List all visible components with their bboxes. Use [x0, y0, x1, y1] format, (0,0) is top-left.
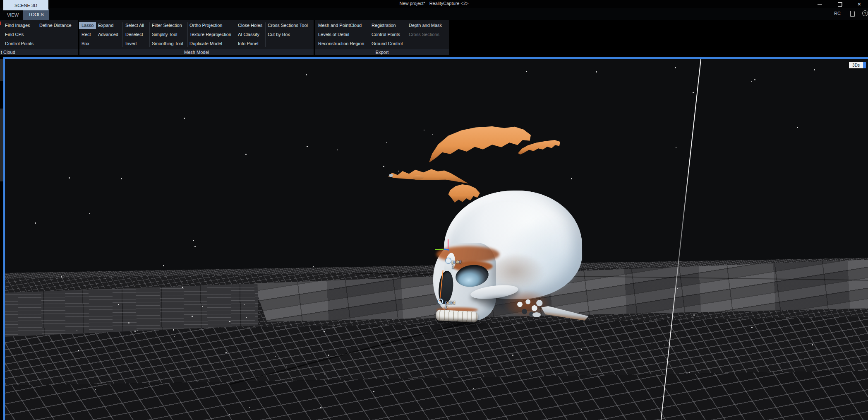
ribbon-item-control-points[interactable]: Control Points [2, 40, 36, 47]
ribbon: Find ImagesFind CPsControl PointsDefine … [0, 20, 868, 56]
ribbon-item-control-points[interactable]: Control Points [369, 31, 403, 38]
point-cloud-dot [78, 350, 79, 351]
ribbon-item-registration[interactable]: Registration [369, 22, 398, 29]
mesh-fragment-tiny [413, 175, 424, 180]
title-bar: New project* - RealityCapture <2> [0, 0, 868, 8]
minimize-icon [818, 4, 822, 5]
point-cloud-dot [432, 134, 433, 135]
ribbon-item-box[interactable]: Box [79, 40, 92, 47]
ribbon-item-close-holes[interactable]: Close Holes [235, 22, 265, 29]
ribbon-item-filter-selection[interactable]: Filter Selection [149, 22, 185, 29]
ribbon-item-select-all[interactable]: Select All [123, 22, 146, 29]
ribbon-group-label: Mesh Model [79, 49, 314, 55]
ribbon-item-texture-reprojection[interactable]: Texture Reprojection [187, 31, 234, 38]
render-mode-badge[interactable]: 3Ds [849, 62, 866, 68]
point-cloud-dot [173, 329, 174, 331]
mesh-fragment-sliver [388, 168, 468, 184]
point-cloud-dot [202, 306, 203, 307]
ribbon-item-cut-by-box[interactable]: Cut by Box [265, 31, 293, 38]
point-cloud-dot [751, 327, 753, 328]
point-cloud-dot [814, 69, 815, 70]
ribbon-item-advanced[interactable]: Advanced [96, 31, 121, 38]
point-cloud-dot [596, 71, 597, 72]
left-panel-strip [0, 109, 3, 181]
gizmo-axis-y [448, 239, 448, 250]
point-cloud-dot [174, 336, 175, 337]
point-cloud-dot [386, 142, 387, 143]
point-cloud-dot [812, 344, 813, 345]
ribbon-item-info-panel[interactable]: Info Panel [235, 40, 261, 47]
render-mode-label: 3Ds [849, 63, 863, 68]
point-cloud-dot [581, 349, 582, 350]
point-cloud-dot [664, 345, 665, 345]
document-icon[interactable] [850, 11, 855, 17]
ribbon-separator [149, 22, 150, 47]
point-cloud-dot [194, 246, 196, 247]
tab-scene-3d[interactable]: SCENE 3D [3, 0, 48, 10]
render-mode-scrollbar[interactable] [863, 62, 866, 68]
help-icon[interactable]: ? [862, 10, 868, 16]
ribbon-group-export: Mesh and PointCloudLevels of DetailRecon… [315, 20, 449, 55]
ribbon-item-levels-of-detail[interactable]: Levels of Detail [316, 31, 352, 38]
ribbon-item-depth-and-mask[interactable]: Depth and Mask [406, 22, 444, 29]
ribbon-item-duplicate-model[interactable]: Duplicate Model [187, 40, 225, 47]
point-cloud-dot [134, 331, 136, 332]
point-cloud-dot [163, 265, 164, 266]
close-button[interactable]: × [853, 0, 866, 8]
ribbon-item-find-images[interactable]: Find Images [2, 22, 33, 29]
minimize-button[interactable] [813, 0, 826, 8]
skull-jaw-shadow [433, 320, 491, 329]
ribbon-item-expand[interactable]: Expand [96, 22, 116, 29]
point-cloud-dot [245, 154, 247, 155]
ribbon-separator [265, 22, 266, 47]
ribbon-item-cross-sections-tool[interactable]: Cross Sections Tool [265, 22, 310, 29]
viewport-canvas: point 1point 0 3Ds [5, 59, 868, 420]
point-cloud-dot [193, 240, 194, 241]
point-cloud-dot [77, 330, 77, 331]
clipped-icon [0, 22, 1, 25]
ribbon-group-label: t Cloud [0, 49, 78, 55]
point-cloud-dot [751, 81, 752, 82]
ribbon-item-smoothing-tool[interactable]: Smoothing Tool [149, 40, 186, 47]
point-cloud-dot [383, 166, 384, 167]
ribbon-item-invert[interactable]: Invert [123, 40, 139, 47]
tab-view[interactable]: VIEW [4, 10, 22, 20]
ribbon-group-label: Export [315, 49, 449, 55]
point-cloud-dot [675, 67, 676, 68]
point-cloud-dot [337, 150, 338, 150]
point-cloud-dot [184, 118, 185, 119]
skull-bone-bit [532, 312, 541, 317]
ribbon-item-define-distance[interactable]: Define Distance [37, 22, 74, 29]
point-cloud-dot [137, 330, 138, 331]
ribbon-group-t-cloud: Find ImagesFind CPsControl PointsDefine … [0, 20, 78, 55]
ribbon-item-lasso[interactable]: Lasso [79, 22, 96, 29]
point-cloud-dot [676, 147, 676, 148]
point-cloud-dot [324, 374, 325, 374]
point-cloud-dot [249, 407, 250, 408]
point-cloud-dot [797, 127, 798, 128]
ribbon-item-simplify-tool[interactable]: Simplify Tool [149, 31, 180, 38]
ribbon-item-ortho-projection[interactable]: Ortho Projection [187, 22, 225, 29]
control-point-marker[interactable] [446, 258, 451, 263]
point-cloud-dot [324, 331, 325, 332]
ribbon-item-ground-control[interactable]: Ground Control [369, 40, 405, 47]
ribbon-item-rect[interactable]: Rect [79, 31, 94, 38]
tab-tools[interactable]: TOOLS [23, 9, 49, 20]
control-point-marker[interactable] [438, 299, 443, 304]
point-cloud-dot [512, 355, 513, 356]
point-cloud-dot [689, 372, 690, 373]
ribbon-item-mesh-and-pointcloud[interactable]: Mesh and PointCloud [316, 22, 364, 29]
skull-bone-spur [540, 305, 589, 321]
ribbon-item-deselect[interactable]: Deselect [123, 31, 146, 38]
point-cloud-dot [571, 178, 572, 179]
point-cloud-dot [313, 266, 314, 267]
ribbon-item-find-cps[interactable]: Find CPs [2, 31, 26, 38]
point-cloud-dot [225, 352, 227, 353]
rc-logo[interactable]: RC [834, 11, 841, 16]
scene-3d-viewport[interactable]: point 1point 0 3Ds [3, 57, 868, 420]
restore-button[interactable] [834, 0, 846, 8]
ribbon-item-reconstruction-region[interactable]: Reconstruction Region [316, 40, 367, 47]
ribbon-item-cross-sections: Cross Sections [406, 31, 442, 38]
ribbon-item-ai-classify[interactable]: AI Classify [235, 31, 262, 38]
point-cloud-dot [89, 213, 90, 214]
